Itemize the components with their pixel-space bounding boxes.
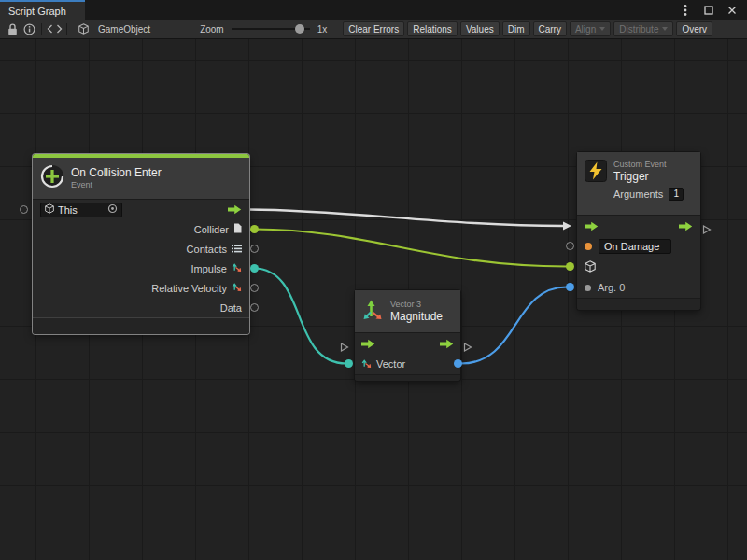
arg0-label: Arg. 0: [598, 282, 625, 293]
node-footer: [355, 374, 460, 381]
port-relative-velocity-output[interactable]: [250, 284, 259, 292]
node-header: Custom Event Trigger Arguments 1: [577, 152, 700, 216]
close-icon[interactable]: [726, 4, 739, 17]
event-name-row: On Damage: [577, 236, 700, 257]
node-title: Magnitude: [390, 310, 443, 323]
port-contacts-output[interactable]: [250, 245, 259, 253]
flow-output-arrow-icon[interactable]: [440, 339, 454, 349]
axes-icon: [232, 282, 242, 294]
zoom-value: 1x: [317, 24, 328, 35]
flow-input-arrow-icon[interactable]: [361, 339, 375, 349]
output-label: Data: [220, 302, 242, 314]
distribute-label: Distribute: [619, 24, 658, 35]
collision-event-icon: [40, 164, 64, 192]
code-icon[interactable]: [46, 21, 63, 36]
node-header: Vector 3 Magnitude: [355, 290, 460, 333]
flow-arrowhead-icon: [563, 222, 571, 231]
target-dropdown-value: This: [58, 204, 78, 216]
graph-canvas[interactable]: On Collision Enter Event This: [0, 39, 747, 560]
edge-impulse-to-vector[interactable]: [254, 269, 346, 364]
node-title: Trigger: [613, 170, 684, 183]
toolbar-separator: [41, 23, 42, 35]
edge-flow-collision-to-trigger[interactable]: [249, 210, 563, 227]
flow-output-port-triangle[interactable]: [702, 221, 712, 238]
node-vector3-magnitude[interactable]: Vector 3 Magnitude Vector: [355, 290, 460, 381]
output-row-collider: Collider: [33, 219, 249, 239]
port-magnitude-output[interactable]: [454, 359, 462, 368]
unity-window: Script Graph: [0, 0, 747, 560]
distribute-dropdown[interactable]: Distribute: [613, 21, 673, 36]
port-event-name-input[interactable]: [566, 242, 574, 250]
output-label: Impulse: [190, 263, 227, 274]
flow-input-port-triangle[interactable]: [340, 339, 349, 356]
align-dropdown[interactable]: Align: [570, 21, 611, 36]
node-footer: [33, 317, 249, 334]
arguments-row: Arguments 1: [613, 188, 684, 201]
arguments-label: Arguments: [613, 189, 663, 201]
flow-row: [577, 216, 700, 236]
node-header: On Collision Enter Event: [33, 158, 249, 200]
node-category: Custom Event: [613, 160, 684, 170]
clear-errors-button[interactable]: Clear Errors: [343, 21, 404, 36]
port-arg0-input[interactable]: [566, 283, 574, 291]
toolbar-separator: [66, 23, 67, 35]
relations-button[interactable]: Relations: [407, 21, 458, 36]
window-controls: [679, 0, 747, 20]
dim-button[interactable]: Dim: [502, 21, 530, 36]
port-vector-input[interactable]: [345, 359, 353, 368]
arguments-count-field[interactable]: 1: [669, 188, 684, 201]
target-row: This: [33, 200, 249, 219]
lock-icon[interactable]: [4, 21, 21, 36]
gameobject-cube-icon: [75, 21, 92, 36]
port-oce-target-input[interactable]: [20, 205, 28, 214]
node-category: Vector 3: [390, 300, 443, 310]
target-picker-icon[interactable]: [107, 203, 118, 216]
output-label: Collider: [194, 224, 229, 235]
list-icon: [232, 244, 242, 255]
output-row-impulse: Impulse: [33, 259, 249, 278]
arg0-row: Arg. 0: [577, 277, 700, 298]
chevron-down-icon: [599, 27, 605, 31]
edge-collider-to-target[interactable]: [254, 230, 567, 267]
output-row-contacts: Contacts: [33, 239, 249, 259]
flow-row: [355, 333, 460, 354]
port-collider-output[interactable]: [250, 225, 259, 233]
output-row-data: Data: [33, 298, 249, 317]
edge-magnitude-to-arg0[interactable]: [460, 287, 567, 364]
menu-icon[interactable]: [679, 4, 692, 17]
titlebar: Script Graph: [0, 0, 747, 20]
output-row-relative-velocity: Relative Velocity: [33, 278, 249, 298]
port-impulse-output[interactable]: [250, 264, 259, 273]
flow-output-arrow-icon[interactable]: [679, 221, 693, 231]
flow-input-arrow-icon[interactable]: [585, 221, 599, 231]
node-title: On Collision Enter: [71, 166, 162, 179]
carry-button[interactable]: Carry: [533, 21, 567, 36]
target-dropdown[interactable]: This: [40, 203, 122, 217]
lightning-icon: [585, 160, 607, 186]
flow-output-arrow-icon[interactable]: [228, 204, 242, 215]
output-label: Contacts: [187, 244, 227, 255]
vector-input-row: Vector: [355, 354, 460, 374]
zoom-slider[interactable]: [232, 21, 310, 36]
overview-button[interactable]: Overv: [676, 21, 712, 36]
gameobject-label: GameObject: [98, 24, 150, 35]
node-trigger-custom-event[interactable]: Custom Event Trigger Arguments 1 On Dama…: [577, 152, 700, 310]
axes-icon: [232, 262, 242, 274]
zoom-slider-knob[interactable]: [295, 24, 304, 34]
string-port-dot[interactable]: [585, 243, 592, 250]
chevron-down-icon: [662, 27, 668, 31]
event-name-field[interactable]: On Damage: [599, 239, 671, 254]
maximize-icon[interactable]: [702, 4, 715, 17]
port-trigger-target-input[interactable]: [566, 262, 574, 271]
values-button[interactable]: Values: [460, 21, 500, 36]
arg0-port-dot[interactable]: [585, 285, 591, 291]
cube-icon: [45, 203, 54, 216]
tab-script-graph[interactable]: Script Graph: [0, 0, 85, 20]
graph-toolbar: GameObject Zoom 1x Clear Errors Relation…: [0, 20, 747, 39]
port-data-output[interactable]: [250, 303, 259, 312]
flow-output-port-triangle[interactable]: [463, 339, 472, 356]
node-on-collision-enter[interactable]: On Collision Enter Event This: [33, 154, 249, 334]
zoom-label: Zoom: [200, 24, 224, 35]
gameobject-context[interactable]: GameObject: [75, 21, 153, 36]
info-icon[interactable]: [21, 21, 37, 36]
